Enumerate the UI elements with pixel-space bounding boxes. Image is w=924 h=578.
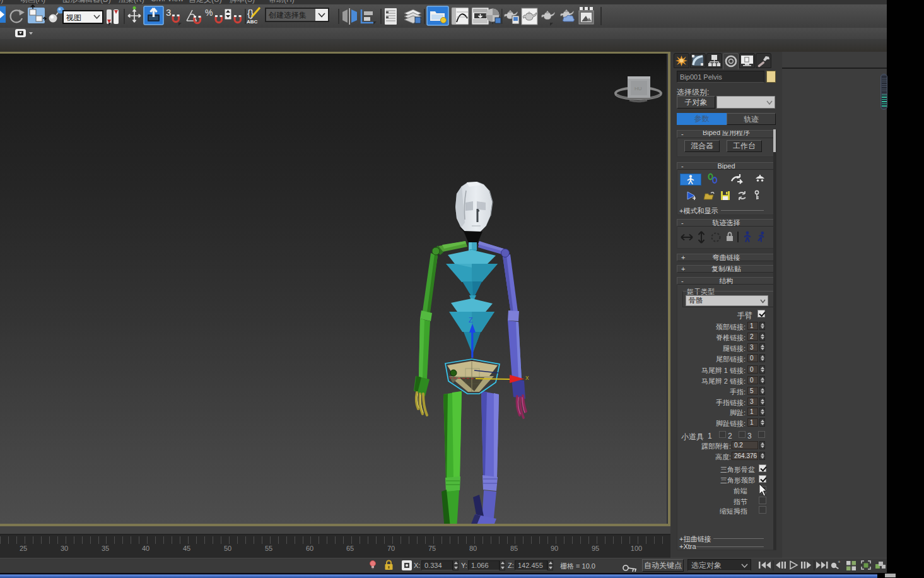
svg-text:x: x (525, 374, 529, 381)
svg-text:视图: 视图 (66, 13, 81, 22)
svg-text:创建选择集: 创建选择集 (268, 11, 307, 20)
svg-text:+: + (838, 559, 841, 565)
svg-text:ABC: ABC (247, 19, 258, 25)
svg-text:3: 3 (166, 7, 171, 18)
svg-text:HU: HU (635, 86, 642, 91)
svg-text:Z: Z (469, 316, 473, 324)
svg-text:%: % (205, 8, 213, 18)
